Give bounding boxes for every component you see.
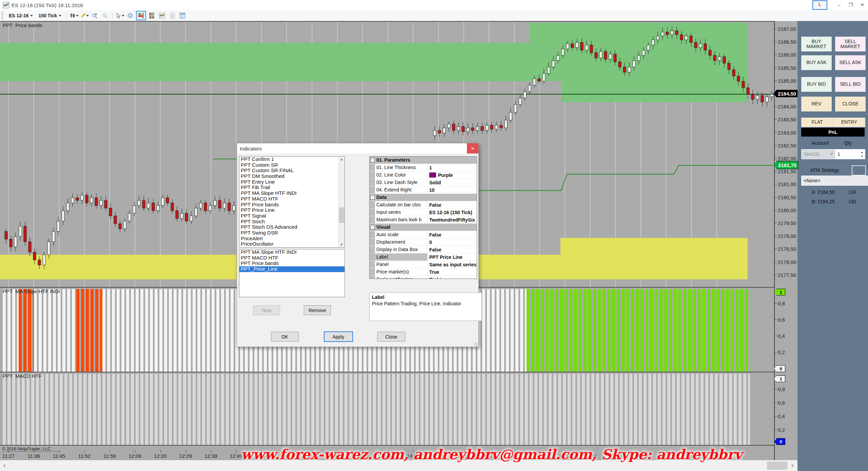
available-indicators-list[interactable]: ▲ ▼ PPT Confirm 1PPT Custom SRPPT Custom… [239, 156, 345, 248]
property-value[interactable]: 0 [428, 239, 477, 246]
snapshot-button[interactable] [126, 12, 135, 20]
property-row[interactable]: Auto scaleFalse [370, 231, 477, 239]
scrollbar-thumb[interactable] [767, 462, 787, 470]
property-row[interactable]: Display in Data BoxFalse [370, 246, 477, 253]
property-value[interactable]: PPT Price Line [428, 253, 477, 261]
indicator-list-item[interactable]: PriceAlert [239, 236, 344, 242]
property-row[interactable]: Maximum bars look bTwoHundredFiftySix [370, 216, 477, 224]
indicator-list-item[interactable]: PPT DM Smoothed [239, 173, 344, 179]
property-value[interactable]: ES 12-16 (150 Tick) [428, 209, 477, 216]
sell-ask-button[interactable]: SELL ASK [835, 55, 866, 70]
drawing-tools-dropdown[interactable] [80, 12, 89, 20]
indicator-list-item[interactable]: PPT Confirm 1 [239, 157, 344, 162]
minimize-button[interactable]: – [833, 0, 845, 10]
new-button[interactable]: New [253, 305, 280, 315]
configured-list-item[interactable]: PPT_Price_Line [239, 266, 344, 272]
instrument-select[interactable]: ES 12-16 [7, 12, 35, 19]
qty-input[interactable]: 1 [835, 149, 862, 159]
indicator-list-item[interactable]: PPT MACD HTF [239, 196, 344, 202]
collapse-icon[interactable]: − [370, 158, 375, 162]
property-row[interactable]: Displacement0 [370, 239, 477, 246]
collapse-icon[interactable]: − [370, 225, 375, 229]
stepper-down-icon[interactable]: ▼ [861, 155, 864, 158]
property-row[interactable]: PanelSame as input series [370, 261, 477, 268]
grid-button[interactable] [178, 12, 187, 20]
buy-market-button[interactable]: BUYMARKET [801, 37, 832, 52]
property-row[interactable]: Price marker(s)True [370, 268, 477, 276]
atm-more-button[interactable]: ... [852, 165, 866, 176]
collapse-icon[interactable]: − [370, 195, 375, 200]
remove-indicator-button[interactable] [100, 12, 109, 20]
atm-strategy-select[interactable]: <None> [801, 176, 868, 186]
scroll-right-arrow[interactable]: › [789, 462, 796, 470]
configured-indicators-list[interactable]: PPT MA Slope HTF INDIPPT MACD HTFPPT Pri… [239, 249, 345, 297]
property-value[interactable]: False [428, 231, 477, 238]
property-grid[interactable]: −01. Parameters01. Line Thickness102. Li… [369, 156, 477, 279]
price-axis[interactable]: 2187,002186,502186,002185,502185,002184,… [774, 21, 798, 460]
ok-button[interactable]: OK [271, 332, 299, 342]
chart-trader-toggle[interactable] [136, 11, 146, 20]
property-row[interactable]: 04. Extend Right10 [370, 186, 477, 194]
property-row[interactable]: 01. Line Thickness1 [370, 164, 477, 171]
indicator-list-item[interactable]: PPT Fib Trail [239, 185, 344, 190]
buy-bid-button[interactable]: BUY BID [801, 77, 832, 92]
property-row[interactable]: Input seriesES 12-16 (150 Tick) [370, 209, 477, 216]
property-value[interactable]: Right [428, 276, 477, 279]
property-value[interactable]: Solid [428, 179, 477, 186]
account-select[interactable]: Sim101 [801, 149, 836, 159]
property-row[interactable]: 02. Line ColorPurple [370, 171, 477, 179]
interval-select[interactable]: 150 Tick [36, 12, 63, 19]
entry-button[interactable]: ENTRY [833, 118, 865, 127]
indicator-list-item[interactable]: PPT Price bands [239, 202, 344, 208]
link-button[interactable]: L [812, 0, 827, 10]
property-group-row[interactable]: −Visual [370, 224, 477, 231]
indicator-list-item[interactable]: PPT Signal [239, 213, 344, 219]
apply-button[interactable]: Apply [324, 331, 353, 342]
property-row[interactable]: 03. Line Dash StyleSolid [370, 179, 477, 186]
flat-button[interactable]: FLAT [801, 118, 833, 127]
property-group-row[interactable]: −01. Parameters [370, 157, 477, 164]
property-value[interactable]: False [428, 201, 477, 208]
scroll-down-icon[interactable]: ▼ [339, 242, 344, 247]
indicator-list-item[interactable]: PPT Stoch [239, 219, 344, 225]
buy-ask-button[interactable]: BUY ASK [801, 55, 832, 70]
indicator-list-item[interactable]: PPT MA Slope HTF INDI [239, 190, 344, 196]
scroll-up-icon[interactable]: ▲ [339, 157, 344, 162]
indicator-list-item[interactable]: PriceOscillator [239, 241, 344, 247]
dialog-title-bar[interactable]: Indicators [237, 143, 478, 153]
indicator-list-item[interactable]: PPT Entry Line [239, 179, 344, 185]
configured-list-item[interactable]: PPT MA Slope HTF INDI [239, 249, 344, 255]
property-value[interactable]: 1 [428, 164, 477, 171]
property-value[interactable]: Same as input series [428, 261, 477, 268]
configured-list-item[interactable]: PPT Price bands [239, 261, 344, 266]
remove-button[interactable]: Remove [304, 305, 331, 315]
toolbar-grip[interactable] [1, 12, 3, 19]
indicator-list-item[interactable]: PPT Custom SR FINAL [239, 168, 344, 173]
close-button[interactable]: CLOSE [835, 97, 866, 111]
list-scrollbar[interactable]: ▲ ▼ [338, 157, 344, 247]
cursor-dropdown[interactable] [116, 12, 124, 20]
indicator-list-item[interactable]: PPT Price Line [239, 207, 344, 213]
report-button[interactable]: $ [168, 12, 177, 20]
scrollbar-thumb[interactable] [339, 207, 344, 223]
horizontal-scrollbar[interactable]: ‹ › [0, 460, 797, 471]
dialog-close-button[interactable]: ✕ [467, 143, 478, 153]
sell-market-button[interactable]: SELLMARKET [835, 37, 866, 52]
configured-list-item[interactable]: PPT MACD HTF [239, 255, 344, 261]
property-value[interactable]: False [428, 246, 477, 253]
property-value[interactable]: TwoHundredFiftySix [428, 216, 477, 223]
dom-button[interactable] [147, 12, 156, 20]
stepper-up-icon[interactable]: ▲ [861, 151, 864, 154]
indicator-list-item[interactable]: PPT Stoch DS Advanced [239, 224, 344, 230]
indicator-list-item[interactable]: PPT Custom SR [239, 162, 344, 168]
maximize-button[interactable]: ❐ [845, 0, 856, 10]
property-row[interactable]: Calculate on bar closFalse [370, 201, 477, 209]
macd-panel[interactable] [0, 372, 774, 446]
qty-stepper[interactable]: ▲ ▼ [859, 149, 865, 159]
close-dialog-button[interactable]: Close [377, 332, 405, 342]
dialog-resize-grip[interactable] [474, 343, 478, 346]
close-button[interactable]: ✕ [856, 0, 868, 10]
property-row[interactable]: Scale justificationRight [370, 276, 477, 279]
sell-bid-button[interactable]: SELL BID [835, 77, 866, 92]
scroll-left-arrow[interactable]: ‹ [1, 462, 8, 470]
